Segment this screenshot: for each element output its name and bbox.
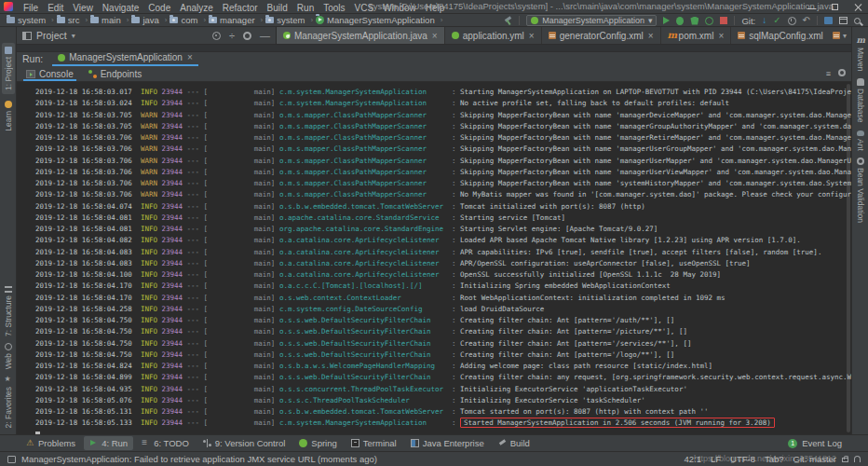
debug-button[interactable] xyxy=(676,17,684,25)
close-tab-icon[interactable] xyxy=(648,31,654,41)
console-output[interactable]: 2019-12-18 16:58:03.017 INFO 23944 --- [… xyxy=(17,82,851,434)
git-update-icon[interactable]: ↓ xyxy=(762,16,766,25)
tool-window-icon xyxy=(857,130,864,136)
tool-window-icon xyxy=(22,32,32,40)
run-configuration-select[interactable]: ManagerSystemApplication ▾ xyxy=(526,15,657,26)
breadcrumb-item[interactable]: com › xyxy=(170,15,209,25)
close-tab-icon[interactable] xyxy=(529,31,535,41)
editor-tab[interactable]: application.yml xyxy=(445,27,542,44)
event-log-button[interactable]: 1 Event Log xyxy=(788,438,842,448)
layout-settings-icon[interactable]: ≡ xyxy=(826,69,831,78)
search-everywhere-icon[interactable] xyxy=(854,18,861,24)
restore-layout-icon[interactable] xyxy=(839,17,848,24)
show-diff-icon[interactable] xyxy=(824,17,833,24)
breadcrumb-item[interactable]: system › xyxy=(265,15,316,25)
console-line: 2019-12-18 16:58:03.705 WARN 23944 --- [… xyxy=(35,121,851,132)
console-line: 2019-12-18 16:58:03.706 WARN 23944 --- [… xyxy=(35,132,851,144)
tool-window-button[interactable]: Web xyxy=(4,343,13,369)
undo-icon[interactable]: ↶ xyxy=(803,16,810,25)
close-run-tab-icon[interactable] xyxy=(187,52,193,62)
spring-boot-icon xyxy=(531,17,538,24)
editor-tab[interactable]: pom.xml xyxy=(661,27,732,44)
folder-icon xyxy=(57,17,65,23)
console-line: 2019-12-18 16:58:04.170 INFO 23944 --- [… xyxy=(35,281,851,292)
collapse-icon[interactable]: ÷ xyxy=(229,32,235,40)
tool-window-button[interactable]: Build xyxy=(493,436,536,450)
run-configuration-name: ManagerSystemApplication xyxy=(542,16,644,25)
menu-item[interactable]: Analyze xyxy=(175,3,218,13)
tool-window-icon xyxy=(142,439,150,447)
tool-window-button[interactable]: Problems xyxy=(20,436,81,450)
hide-panel-icon[interactable]: — xyxy=(260,32,270,40)
breadcrumb-item[interactable]: main › xyxy=(90,15,131,25)
endpoints-icon xyxy=(88,70,97,78)
profiler-button[interactable] xyxy=(705,17,713,25)
breadcrumb-item[interactable]: ManagerSystemApplication › xyxy=(316,15,445,25)
chevron-down-icon: ▾ xyxy=(72,32,75,40)
menu-item[interactable]: Refactor xyxy=(218,3,263,13)
tab-endpoints[interactable]: Endpoints xyxy=(88,66,142,81)
hidden-tabs-dropdown[interactable]: ▾ xyxy=(828,27,851,44)
close-icon[interactable] xyxy=(854,3,862,11)
locate-file-icon[interactable] xyxy=(212,32,221,40)
tool-window-button[interactable]: Maven xyxy=(856,37,865,72)
tool-window-button[interactable]: Learn xyxy=(2,101,15,131)
console-lines: 2019-12-18 16:58:03.017 INFO 23944 --- [… xyxy=(35,87,851,430)
menu-item[interactable]: Tools xyxy=(319,3,349,13)
tool-window-button[interactable]: Database xyxy=(856,78,865,122)
tool-window-button[interactable]: 7: Structure xyxy=(4,286,13,336)
menu-item[interactable]: Edit xyxy=(43,3,68,13)
file-type-icon xyxy=(738,32,745,39)
build-hammer-icon[interactable] xyxy=(504,17,512,25)
history-icon[interactable] xyxy=(788,17,796,25)
project-tool-window-header[interactable]: Project ▾ ÷ — xyxy=(17,27,277,44)
tab-console[interactable]: Console xyxy=(26,66,74,81)
maximize-icon[interactable] xyxy=(831,3,839,11)
console-line: 2019-12-18 16:58:04.082 INFO 23944 --- [… xyxy=(35,235,851,246)
lock-icon[interactable] xyxy=(842,458,848,462)
right-tool-window-stripe: Maven Database Ant Bean Validation xyxy=(851,27,868,434)
run-button[interactable] xyxy=(663,17,670,24)
menu-item[interactable]: View xyxy=(68,3,98,13)
menu-item[interactable]: Code xyxy=(143,3,175,13)
tool-window-icon xyxy=(351,439,359,447)
close-tab-icon[interactable] xyxy=(432,31,438,41)
tool-window-button[interactable]: 2: Favorites xyxy=(4,377,13,428)
tool-window-button[interactable]: Terminal xyxy=(346,436,402,450)
menu-item[interactable]: File xyxy=(19,3,43,13)
tool-window-button[interactable]: Ant xyxy=(856,129,865,151)
gear-icon[interactable] xyxy=(838,69,846,76)
breadcrumb-item[interactable]: src › xyxy=(57,15,90,25)
editor-tab[interactable]: sqlMapConfig.xml xyxy=(731,27,828,44)
minimize-icon[interactable] xyxy=(807,3,816,11)
breadcrumb-item[interactable]: system › xyxy=(7,15,57,25)
stop-button[interactable] xyxy=(720,17,727,24)
console-line: 2019-12-18 16:58:03.024 INFO 23944 --- [… xyxy=(35,98,851,109)
close-tab-icon[interactable] xyxy=(718,31,724,41)
left-tool-window-stripe: 1: Project Learn 7: Structure Web xyxy=(0,27,17,434)
status-message[interactable]: ManagerSystemApplication: Failed to retr… xyxy=(21,454,377,464)
tool-window-button[interactable]: Bean Validation xyxy=(856,158,865,223)
notification-icon[interactable] xyxy=(7,456,16,463)
tool-window-button[interactable]: Spring xyxy=(293,436,342,450)
breadcrumb-item[interactable]: manager › xyxy=(209,15,265,25)
event-count-badge: 1 xyxy=(788,439,797,448)
project-panel-title: Project xyxy=(36,30,67,41)
tool-window-button[interactable]: Java Enterprise xyxy=(405,436,490,450)
editor-tab[interactable]: generatorConfig.xml xyxy=(542,27,661,44)
editor-tab[interactable]: ManagerSystemApplication.java xyxy=(277,27,445,44)
tool-window-button[interactable]: 6: TODO xyxy=(136,436,195,450)
menu-item[interactable]: Navigate xyxy=(98,3,143,13)
menu-item[interactable]: Build xyxy=(263,3,292,13)
breadcrumb-item[interactable]: java › xyxy=(131,15,170,25)
gear-icon[interactable] xyxy=(243,32,251,40)
menu-item[interactable]: Run xyxy=(292,3,319,13)
tool-window-button[interactable]: 1: Project xyxy=(2,43,15,94)
bell-icon[interactable] xyxy=(854,456,861,462)
coverage-button[interactable] xyxy=(690,17,698,25)
console-line: 2019-12-18 16:58:03.706 WARN 23944 --- [… xyxy=(35,156,851,167)
git-commit-icon[interactable]: ✓ xyxy=(773,16,780,25)
tool-window-button[interactable]: 9: Version Control xyxy=(197,436,292,450)
tool-window-button[interactable]: 4: Run xyxy=(84,436,133,450)
run-tab[interactable]: ManagerSystemApplication xyxy=(52,52,198,66)
